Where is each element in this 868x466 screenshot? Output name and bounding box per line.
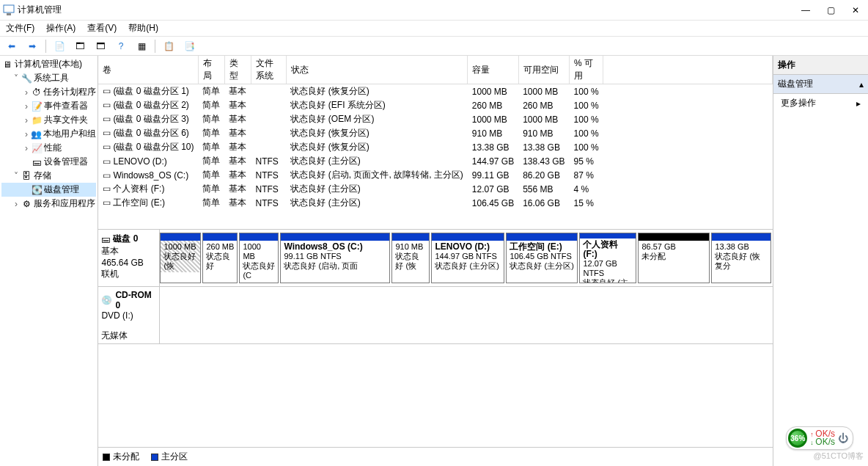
menu-help[interactable]: 帮助(H) (128, 22, 158, 34)
partition[interactable]: LENOVO (D:)144.97 GB NTFS状态良好 (主分区) (431, 233, 504, 283)
tree-devmgr[interactable]: 🖴设备管理器 (1, 155, 96, 169)
toolbar-btn-3[interactable]: 🗖 (92, 38, 109, 54)
tree-eventvwr[interactable]: ›📝事件查看器 (1, 99, 96, 113)
volume-row[interactable]: ▭个人资料 (F:)简单基本NTFS状态良好 (主分区)12.07 GB556 … (98, 182, 773, 196)
app-icon (3, 4, 15, 16)
menu-action[interactable]: 操作(A) (46, 22, 76, 34)
volume-icon: ▭ (103, 170, 113, 181)
toolbar-btn-1[interactable]: 📄 (51, 38, 68, 54)
col-status[interactable]: 状态 (286, 56, 467, 84)
services-icon: ⚙ (21, 198, 32, 210)
window-title: 计算机管理 (18, 4, 801, 16)
view-icon: 🗔 (76, 41, 84, 51)
console-icon: 📄 (54, 41, 65, 51)
volume-row[interactable]: ▭(磁盘 0 磁盘分区 1)简单基本状态良好 (恢复分区)1000 MB1000… (98, 84, 773, 99)
col-pct[interactable]: % 可用 (570, 56, 603, 84)
disk-0-row[interactable]: 🖴磁盘 0 基本 465.64 GB 联机 1000 MB状态良好 (恢260 … (98, 230, 773, 287)
volume-icon: ▭ (103, 128, 113, 138)
volume-icon: ▭ (103, 156, 113, 167)
cdrom-type: DVD (I:) (101, 310, 156, 321)
chevron-up-icon: ▴ (859, 79, 864, 90)
col-type[interactable]: 类型 (224, 56, 251, 84)
toggle-icon[interactable]: ⏻ (838, 432, 848, 444)
device-icon: 🖴 (31, 156, 43, 168)
watermark: @51CTO博客 (814, 451, 864, 462)
volume-list[interactable]: 卷 布局 类型 文件系统 状态 容量 可用空间 % 可用 ▭(磁盘 0 磁盘分区… (98, 56, 773, 229)
col-layout[interactable]: 布局 (198, 56, 224, 84)
partition[interactable]: 1000 MB状态良好 (C (239, 233, 279, 283)
close-button[interactable]: ✕ (850, 5, 861, 15)
actions-section[interactable]: 磁盘管理▴ (773, 75, 868, 94)
partition[interactable]: 1000 MB状态良好 (恢 (160, 233, 201, 283)
partition[interactable]: 工作空间 (E:)106.45 GB NTFS状态良好 (主分区) (506, 233, 578, 283)
volume-row[interactable]: ▭(磁盘 0 磁盘分区 6)简单基本状态良好 (恢复分区)910 MB910 M… (98, 126, 773, 140)
partition[interactable]: 86.57 GB未分配 (638, 233, 710, 283)
expand-icon[interactable]: › (22, 129, 31, 139)
disk0-size: 465.64 GB (101, 258, 156, 268)
col-capacity[interactable]: 容量 (468, 56, 518, 84)
tree-svcapps[interactable]: ›⚙服务和应用程序 (1, 197, 96, 211)
view2-icon: 🗖 (96, 41, 105, 51)
partition[interactable]: Windows8_OS (C:)99.11 GB NTFS状态良好 (启动, 页… (280, 233, 390, 283)
toolbar-btn-5[interactable]: 📋 (160, 38, 177, 54)
actions-more[interactable]: 更多操作▸ (773, 94, 868, 112)
toolbar-btn-4[interactable]: ▦ (133, 38, 150, 54)
volume-row[interactable]: ▭LENOVO (D:)简单基本NTFS状态良好 (主分区)144.97 GB1… (98, 154, 773, 168)
volume-icon: ▭ (103, 183, 113, 194)
collapse-icon[interactable]: ˅ (12, 73, 21, 84)
expand-icon[interactable]: › (22, 101, 31, 112)
col-free[interactable]: 可用空间 (518, 56, 569, 84)
partition[interactable]: 个人资料 (F:)12.07 GB NTFS状态良好 (主分区 (579, 233, 636, 283)
col-fs[interactable]: 文件系统 (251, 56, 286, 84)
forward-button[interactable]: ➡ (23, 38, 41, 54)
volume-row[interactable]: ▭(磁盘 0 磁盘分区 2)简单基本状态良好 (EFI 系统分区)260 MB2… (98, 98, 773, 112)
legend-primary-swatch (151, 454, 158, 461)
menu-file[interactable]: 文件(F) (6, 22, 34, 34)
maximize-button[interactable]: ▢ (825, 5, 836, 15)
chevron-right-icon: ▸ (856, 98, 861, 109)
tree-shared[interactable]: ›📁共享文件夹 (1, 113, 96, 127)
back-button[interactable]: ⬅ (3, 38, 21, 54)
expand-icon[interactable]: › (22, 87, 31, 98)
volume-icon: ▭ (103, 197, 113, 208)
toolbar-btn-6[interactable]: 📑 (180, 38, 198, 54)
partition[interactable]: 260 MB状态良好 (202, 233, 238, 283)
tree-tools-label: 系统工具 (34, 72, 69, 84)
partition[interactable]: 910 MB状态良好 (恢 (391, 233, 430, 283)
badge-percent: 36% (788, 429, 807, 448)
floating-badge[interactable]: 36% ↑ OK/s↓ OK/s ⏻ (786, 426, 853, 450)
clock-icon: ⏱ (31, 87, 43, 98)
disk-icon: 🖴 (101, 234, 110, 244)
detail-icon: 📑 (184, 41, 195, 51)
cdrom-state: 无媒体 (101, 330, 156, 342)
volume-row[interactable]: ▭Windows8_OS (C:)简单基本NTFS状态良好 (启动, 页面文件,… (98, 168, 773, 182)
help-button[interactable]: ? (112, 38, 130, 54)
expand-icon[interactable]: › (22, 143, 31, 153)
expand-icon[interactable]: › (12, 199, 21, 209)
actions-title: 操作 (773, 56, 868, 75)
tree-storage[interactable]: ˅🗄存储 (1, 169, 96, 183)
expand-icon[interactable]: › (22, 115, 31, 125)
tree-tools[interactable]: ˅🔧系统工具 (1, 71, 96, 85)
minimize-button[interactable]: — (801, 5, 811, 15)
cdrom-row[interactable]: 💿CD-ROM 0 DVD (I:) 无媒体 (98, 287, 773, 344)
menu-view[interactable]: 查看(V) (87, 22, 117, 34)
tree-users[interactable]: ›👥本地用户和组 (1, 127, 96, 141)
tree-perf[interactable]: ›📈性能 (1, 141, 96, 155)
menu-bar: 文件(F) 操作(A) 查看(V) 帮助(H) (0, 21, 868, 37)
volume-row[interactable]: ▭工作空间 (E:)简单基本NTFS状态良好 (主分区)106.45 GB16.… (98, 196, 773, 210)
legend: 未分配 主分区 (98, 447, 773, 466)
toolbar-btn-2[interactable]: 🗔 (71, 38, 89, 54)
col-volume[interactable]: 卷 (98, 56, 198, 84)
collapse-icon[interactable]: ˅ (12, 171, 21, 181)
nav-tree[interactable]: 🖥计算机管理(本地) ˅🔧系统工具 ›⏱任务计划程序 ›📝事件查看器 ›📁共享文… (0, 56, 98, 466)
partition[interactable]: 13.38 GB状态良好 (恢复分 (711, 233, 771, 283)
tree-scheduler[interactable]: ›⏱任务计划程序 (1, 85, 96, 99)
tree-diskmgmt[interactable]: 💽磁盘管理 (1, 183, 96, 197)
volume-row[interactable]: ▭(磁盘 0 磁盘分区 3)简单基本状态良好 (OEM 分区)1000 MB10… (98, 112, 773, 126)
computer-icon: 🖥 (1, 59, 13, 70)
cdrom-name: CD-ROM 0 (115, 290, 156, 310)
volume-icon: ▭ (103, 114, 113, 124)
tree-root[interactable]: 🖥计算机管理(本地) (1, 57, 96, 71)
volume-row[interactable]: ▭(磁盘 0 磁盘分区 10)简单基本状态良好 (恢复分区)13.38 GB13… (98, 140, 773, 154)
